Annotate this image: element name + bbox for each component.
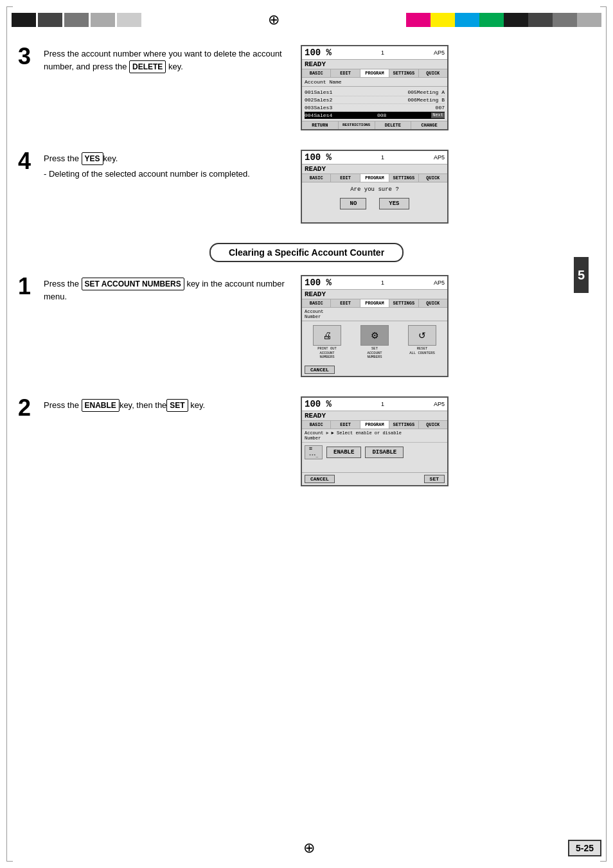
- lcd-row-3: 003Sales3007: [305, 104, 445, 112]
- lcd-tab-settings-1[interactable]: SETTINGS: [389, 69, 418, 77]
- lcd-confirm-body: Are you sure ? NO YES: [302, 182, 447, 222]
- lcd-row-2: 002Sales2006Meeting B: [305, 96, 445, 104]
- bottom-crosshair-icon: ⊕: [303, 840, 315, 856]
- lcd-set-icon-item[interactable]: ⚙ SETACCOUNT NUMBERS: [360, 325, 389, 360]
- step-s2-2-left: 2 Press the ENABLEkey, then theSET key.: [18, 396, 288, 420]
- lcd-tab-settings-4[interactable]: SETTINGS: [389, 421, 418, 429]
- lcd-delete-screen: 100 % 1 AP5 READY BASIC EDIT PROGRAM SET…: [301, 45, 449, 130]
- lcd-delete-btn[interactable]: DELETE: [375, 121, 412, 129]
- lcd-tab-settings-2[interactable]: SETTINGS: [389, 174, 418, 182]
- lcd-row-1: 001Sales1005Meeting A: [305, 89, 445, 96]
- lcd-tab-basic-2[interactable]: BASIC: [302, 174, 331, 182]
- lcd-top-bar-1: 100 % 1 AP5: [302, 46, 447, 60]
- lcd-ready-1: READY: [302, 60, 447, 69]
- lcd-confirm-buttons: NO YES: [305, 198, 445, 209]
- lcd-change-btn[interactable]: CHANGE: [411, 121, 447, 129]
- lcd-num-1: 1: [381, 49, 384, 56]
- lcd-top-bar-2: 100 % 1 AP5: [302, 151, 447, 164]
- color-bar-right: [406, 13, 601, 27]
- lcd-confirm-msg: Are you sure ?: [305, 186, 445, 193]
- lcd-num-3: 1: [381, 279, 384, 286]
- lcd-tab-program-3[interactable]: PROGRAM: [360, 299, 389, 307]
- step-4-row: 4 Press the YESkey. - Deleting of the se…: [18, 150, 595, 224]
- lcd-pct-2: 100 %: [305, 152, 332, 163]
- lcd-ap-3: AP5: [434, 279, 445, 286]
- lcd-body-1: 001Sales1005Meeting A 002Sales2006Meetin…: [302, 87, 447, 121]
- lcd-tab-edit-3[interactable]: EDIT: [331, 299, 360, 307]
- lcd-row-4[interactable]: 004Sales4008Next: [305, 112, 445, 119]
- main-content: 3 Press the account number where you wan…: [18, 39, 595, 829]
- step-3-row: 3 Press the account number where you wan…: [18, 45, 595, 130]
- delete-key: DELETE: [129, 60, 166, 73]
- lcd-print-out-icon: 🖨: [313, 325, 341, 346]
- lcd-breadcrumb-4: AccountNumber ► ► Select enable or disab…: [302, 429, 447, 443]
- lcd-tab-settings-3[interactable]: SETTINGS: [389, 299, 418, 307]
- lcd-restrictions-btn[interactable]: RESTRICTIONS: [339, 121, 375, 129]
- lcd-tab-quick-2[interactable]: QUICK: [419, 174, 447, 182]
- crosshair-icon: ⊕: [268, 12, 280, 28]
- lcd-top-bar-4: 100 % 1 AP5: [302, 398, 447, 411]
- lcd-footer-1: RETURN RESTRICTIONS DELETE CHANGE: [302, 121, 447, 129]
- lcd-return-btn[interactable]: RETURN: [302, 121, 339, 129]
- step-3-text: Press the account number where you want …: [44, 45, 288, 73]
- step-s2-2-row: 2 Press the ENABLEkey, then theSET key. …: [18, 396, 595, 486]
- lcd-ap-4: AP5: [434, 401, 445, 407]
- lcd-tab-basic-4[interactable]: BASIC: [302, 421, 331, 429]
- lcd-col-header-1: Account Name: [302, 78, 447, 87]
- lcd-tab-program-4[interactable]: PROGRAM: [360, 421, 389, 429]
- lcd-breadcrumb-arrow: ►: [326, 430, 328, 441]
- lcd-print-out-icon-item[interactable]: 🖨 PRINT OUTACCOUNT NUMBERS: [313, 325, 341, 360]
- set-key: SET: [166, 399, 188, 412]
- lcd-enable-screen: 100 % 1 AP5 READY BASIC EDIT PROGRAM SET…: [301, 396, 449, 486]
- lcd-yes-btn[interactable]: YES: [379, 198, 409, 209]
- lcd-tab-program-1[interactable]: PROGRAM: [360, 69, 389, 77]
- lcd-tabs-3: BASIC EDIT PROGRAM SETTINGS QUICK: [302, 299, 447, 308]
- step-4-number: 4: [18, 150, 36, 173]
- lcd-pct-3: 100 %: [305, 278, 332, 288]
- lcd-set-btn-4[interactable]: SET: [424, 475, 445, 483]
- lcd-disable-button[interactable]: DISABLE: [365, 447, 404, 458]
- page-border-right: [600, 6, 607, 862]
- step-4-left: 4 Press the YESkey. - Deleting of the se…: [18, 150, 288, 181]
- lcd-ready-2: READY: [302, 164, 447, 174]
- lcd-tab-edit-2[interactable]: EDIT: [331, 174, 360, 182]
- lcd-tab-basic-1[interactable]: BASIC: [302, 69, 331, 77]
- lcd-tab-quick-3[interactable]: QUICK: [419, 299, 447, 307]
- step-4-text: Press the YESkey. - Deleting of the sele…: [44, 150, 250, 181]
- lcd-enable-icon: ≡***_: [305, 445, 323, 459]
- lcd-tab-edit-1[interactable]: EDIT: [331, 69, 360, 77]
- lcd-reset-label: RESETALL COUNTERS: [409, 347, 435, 355]
- lcd-tab-quick-4[interactable]: QUICK: [419, 421, 447, 429]
- lcd-num-2: 1: [381, 154, 384, 161]
- lcd-reset-icon-item[interactable]: ↺ RESETALL COUNTERS: [408, 325, 436, 360]
- lcd-enable-button[interactable]: ENABLE: [326, 447, 361, 458]
- lcd-enable-body: ≡***_ ENABLE DISABLE: [302, 443, 447, 472]
- lcd-top-bar-3: 100 % 1 AP5: [302, 276, 447, 290]
- lcd-no-btn[interactable]: NO: [340, 198, 366, 209]
- lcd-enable-row: ≡***_ ENABLE DISABLE: [305, 445, 445, 459]
- lcd-tab-basic-3[interactable]: BASIC: [302, 299, 331, 307]
- lcd-cancel-btn-4[interactable]: CANCEL: [305, 475, 335, 483]
- lcd-tab-edit-4[interactable]: EDIT: [331, 421, 360, 429]
- lcd-tabs-4: BASIC EDIT PROGRAM SETTINGS QUICK: [302, 421, 447, 429]
- color-bar-left: [12, 13, 141, 27]
- lcd-tab-quick-1[interactable]: QUICK: [419, 69, 447, 77]
- lcd-set-label: SETACCOUNT NUMBERS: [360, 347, 389, 360]
- step-3-number: 3: [18, 45, 36, 68]
- lcd-ap-1: AP5: [434, 49, 445, 56]
- step-s2-1-number: 1: [18, 275, 36, 298]
- page-border-left: [6, 6, 13, 862]
- step-s2-2-text: Press the ENABLEkey, then theSET key.: [44, 396, 205, 412]
- lcd-tab-program-2[interactable]: PROGRAM: [360, 174, 389, 182]
- step-s2-2-screen: 100 % 1 AP5 READY BASIC EDIT PROGRAM SET…: [301, 396, 595, 486]
- section-badge: 5: [574, 257, 589, 293]
- lcd-ready-3: READY: [302, 290, 447, 299]
- lcd-cancel-row-3: CANCEL: [302, 364, 447, 376]
- lcd-tabs-2: BASIC EDIT PROGRAM SETTINGS QUICK: [302, 174, 447, 182]
- lcd-set-account-screen: 100 % 1 AP5 READY BASIC EDIT PROGRAM SET…: [301, 275, 449, 377]
- lcd-cancel-btn-3[interactable]: CANCEL: [305, 366, 335, 374]
- lcd-ready-4: READY: [302, 411, 447, 421]
- lcd-tabs-1: BASIC EDIT PROGRAM SETTINGS QUICK: [302, 69, 447, 78]
- lcd-ap-2: AP5: [434, 154, 445, 161]
- page-number: 5-25: [568, 840, 601, 856]
